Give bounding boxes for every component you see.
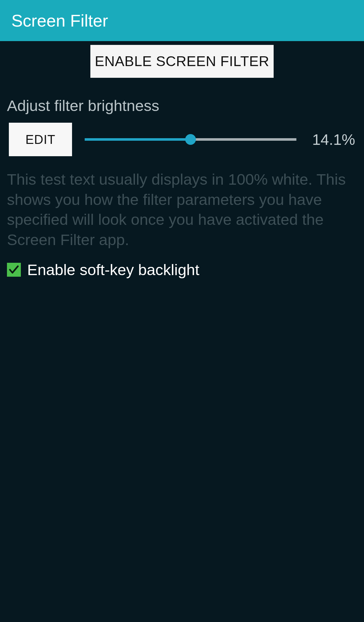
enable-screen-filter-button[interactable]: ENABLE SCREEN FILTER (90, 45, 274, 78)
brightness-value: 14.1% (312, 131, 355, 148)
slider-fill (85, 138, 191, 141)
slider-thumb[interactable] (185, 134, 196, 145)
brightness-slider[interactable] (85, 133, 296, 146)
softkey-checkbox-label: Enable soft-key backlight (27, 261, 199, 279)
edit-button[interactable]: EDIT (9, 123, 72, 156)
softkey-checkbox-row[interactable]: Enable soft-key backlight (7, 261, 357, 279)
test-text: This test text usually displays in 100% … (7, 169, 357, 250)
enable-button-container: ENABLE SCREEN FILTER (7, 41, 357, 78)
app-header: Screen Filter (0, 0, 364, 41)
softkey-checkbox[interactable] (7, 263, 21, 277)
brightness-slider-row: EDIT 14.1% (7, 123, 357, 156)
app-title: Screen Filter (11, 11, 108, 30)
brightness-heading: Adjust filter brightness (7, 97, 357, 114)
checkmark-icon (8, 264, 20, 276)
main-content: ENABLE SCREEN FILTER Adjust filter brigh… (0, 41, 364, 279)
